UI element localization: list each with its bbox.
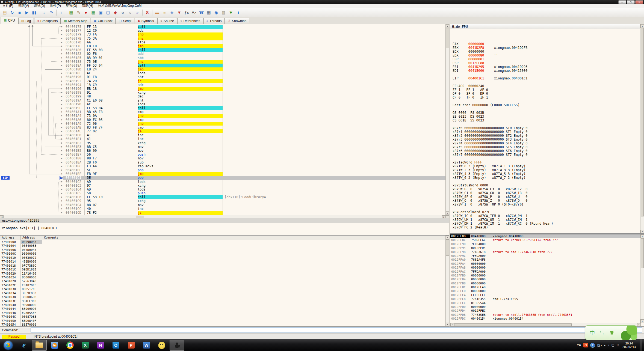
- taskbar-powerpoint-button[interactable]: P: [124, 340, 138, 351]
- tab-cpu[interactable]: ▦ CPU: [1, 17, 18, 24]
- breakpoint-dot[interactable]: ●: [0, 56, 63, 60]
- tab-breakpoints[interactable]: ● Breakpoints: [34, 18, 61, 24]
- taskbar-ie-button[interactable]: e: [17, 340, 31, 351]
- disasm-row[interactable]: ● 004001B3 8B C5 mov eax,ebp: [0, 145, 445, 149]
- calculator-button[interactable]: ▦: [205, 9, 212, 16]
- registers-vscrollbar[interactable]: ▲ ▼: [640, 24, 644, 233]
- register-line[interactable]: [453, 73, 644, 76]
- disasm-row[interactable]: ● 004001BA 2B F0 sub esi,eax: [0, 160, 445, 164]
- tab-source[interactable]: ‹› Source: [157, 18, 177, 24]
- breakpoint-dot[interactable]: ●: [0, 141, 63, 145]
- register-line[interactable]: ZF 1 PF 1 AF 0: [453, 88, 644, 92]
- register-line[interactable]: LastError 00000000 (ERROR_SUCCESS): [453, 103, 644, 107]
- breakpoint-dot[interactable]: ●: [0, 180, 63, 184]
- register-line[interactable]: EBP 00000001: [453, 57, 644, 61]
- register-line[interactable]: x87SW_SF 0 x87SW_P 0 x87SW_U 0: [453, 195, 644, 199]
- breakpoint-dot[interactable]: ●: [0, 133, 63, 137]
- scroll-down-icon[interactable]: ▼: [640, 319, 644, 323]
- disasm-row[interactable]: ● 0040019A C1 E0 08 shl eax,8: [0, 99, 445, 102]
- dump-header-comments[interactable]: Comments: [42, 236, 449, 240]
- step-over-button[interactable]: ↷: [48, 9, 55, 16]
- disasm-row[interactable]: ● 00400199 48 dec eax: [0, 94, 445, 98]
- start-button[interactable]: [0, 340, 16, 351]
- disassembly-hscrollbar[interactable]: ◀ ▶: [0, 215, 449, 218]
- register-line[interactable]: EAX 00000000: [453, 42, 644, 46]
- taskbar-excel-button[interactable]: X: [78, 340, 93, 351]
- dump-vscrollbar[interactable]: ▲ ▼: [445, 236, 449, 326]
- breakpoint-dot[interactable]: ●: [0, 145, 63, 149]
- tab-snowman[interactable]: ☃ Snowman: [225, 18, 249, 24]
- disasm-row[interactable]: ● 0040017D AA stos byte ptr es:[edi]: [0, 40, 445, 44]
- breakpoint-dot[interactable]: ●: [0, 44, 63, 48]
- disasm-row[interactable]: ● 004001C3 97 xchg eax,edi: [0, 184, 445, 188]
- tab-threads[interactable]: » Threads: [203, 18, 224, 24]
- symbols-button[interactable]: ◆: [112, 9, 119, 16]
- disassembly-vscrollbar[interactable]: ▲ ▼: [445, 24, 449, 215]
- scroll-down-icon[interactable]: ▼: [640, 230, 644, 233]
- breakpoint-dot[interactable]: ●: [0, 79, 63, 83]
- disasm-row[interactable]: ● 004001C5 50 push eax: [0, 191, 445, 195]
- ime-mode-indicator[interactable]: 中: [590, 329, 595, 337]
- breakpoint-dot[interactable]: ●: [0, 60, 63, 64]
- types-button[interactable]: Az: [190, 9, 198, 16]
- register-line[interactable]: x87TW_2 3 (Empty) x87TW_3 3 (Empty): [453, 168, 644, 172]
- maximize-button[interactable]: ▢: [627, 0, 635, 4]
- register-line[interactable]: x87r5 00000000000000000000 ST5 Empty 0: [453, 145, 644, 149]
- scroll-thumb[interactable]: [641, 28, 644, 216]
- breakpoint-dot[interactable]: ●: [0, 110, 63, 114]
- taskbar-x32dbg-button[interactable]: [170, 340, 184, 351]
- menu-item[interactable]: 帮助(H): [79, 4, 96, 8]
- attach-button[interactable]: ◉: [212, 9, 220, 16]
- disasm-row[interactable]: ● 00400188 75 0E jnz xiongmao.400198: [0, 60, 445, 64]
- breakpoint-dot[interactable]: ●: [0, 176, 63, 180]
- scroll-thumb[interactable]: [446, 239, 449, 256]
- breakpoint-dot[interactable]: ●: [0, 126, 63, 129]
- dump-row[interactable]: 77401054 8B570009: [0, 323, 449, 326]
- references-button[interactable]: ○: [126, 9, 134, 16]
- menu-item[interactable]: 调试(D): [31, 4, 48, 8]
- dump-row[interactable]: 7740104C 00087D83: [0, 315, 449, 319]
- disasm-row[interactable]: ● 004001BC F3 A4 rep movs byte ptr es:[e…: [0, 164, 445, 168]
- language-indicator[interactable]: CH: [577, 344, 581, 347]
- register-line[interactable]: x87r3 00000000000000000000 ST3 Empty 0: [453, 138, 644, 141]
- register-line[interactable]: [453, 107, 644, 111]
- register-line[interactable]: x87SW_C1 0 x87SW_C0 0 x87SW_IR 0: [453, 191, 644, 195]
- breakpoint-dot[interactable]: ●: [0, 149, 63, 153]
- threads-button[interactable]: »: [134, 9, 141, 16]
- scroll-thumb[interactable]: [641, 238, 644, 268]
- taskbar-clock[interactable]: 20:24 2023/2/14: [622, 342, 636, 349]
- scroll-thumb[interactable]: [454, 323, 572, 326]
- breakpoint-dot[interactable]: ●: [0, 87, 63, 91]
- restart-button[interactable]: ↻: [8, 9, 16, 16]
- open-file-button[interactable]: ▤: [1, 9, 8, 16]
- breakpoint-dot[interactable]: ●: [0, 160, 63, 164]
- memory-map-button[interactable]: ▦: [90, 9, 97, 16]
- patches-button[interactable]: ▬: [153, 9, 161, 16]
- dump-row[interactable]: 7740101C 09BD1685: [0, 268, 449, 272]
- register-line[interactable]: EFLAGS 00000246: [453, 84, 644, 88]
- taskbar-character-button[interactable]: [154, 340, 169, 351]
- breakpoint-dot[interactable]: ●: [0, 137, 63, 141]
- register-line[interactable]: x87r7 00000000000000000000 ST7 Empty 0: [453, 153, 644, 157]
- disasm-row[interactable]: ● 004001B1 41 inc ecx: [0, 137, 445, 141]
- stack-row[interactable]: 0012FF98 77463618 return to ntdll.774636…: [450, 250, 644, 254]
- disasm-row[interactable]: ● 004001B8 8B F7 mov esi,edi: [0, 156, 445, 160]
- register-line[interactable]: OF 0 SF 0 DF 0: [453, 92, 644, 96]
- show-desktop-button[interactable]: [640, 339, 642, 351]
- register-line[interactable]: x87SW_B 0 x87SW_C3 0 x87SW_C2 0: [453, 187, 644, 191]
- breakpoint-dot[interactable]: ●: [0, 67, 63, 71]
- disasm-row[interactable]: ● 0040018A FF 53 04 call dword ptr ds:[e…: [0, 64, 445, 67]
- dump-row[interactable]: 77401000 00590053: [0, 240, 449, 244]
- dump-row[interactable]: 77401050 BED0840F: [0, 319, 449, 323]
- taskbar-explorer-button[interactable]: [32, 340, 47, 351]
- breakpoint-dot[interactable]: ●: [0, 83, 63, 87]
- scroll-left-icon[interactable]: ◀: [450, 323, 454, 326]
- breakpoint-dot[interactable]: ●: [0, 29, 63, 32]
- breakpoint-dot[interactable]: ●: [0, 25, 63, 29]
- stack-row[interactable]: 0012FFB8 00000000: [450, 282, 644, 285]
- scroll-up-icon[interactable]: ▲: [446, 24, 449, 28]
- register-line[interactable]: CF 0 TF 0 IF 1: [453, 96, 644, 99]
- dump-row[interactable]: 77401040 90900006: [0, 303, 449, 307]
- disasm-row[interactable]: ● 004001CA 8B 07 mov eax,dword ptr ds:[e…: [0, 203, 445, 207]
- dump-row[interactable]: 77401028 57563040: [0, 279, 449, 283]
